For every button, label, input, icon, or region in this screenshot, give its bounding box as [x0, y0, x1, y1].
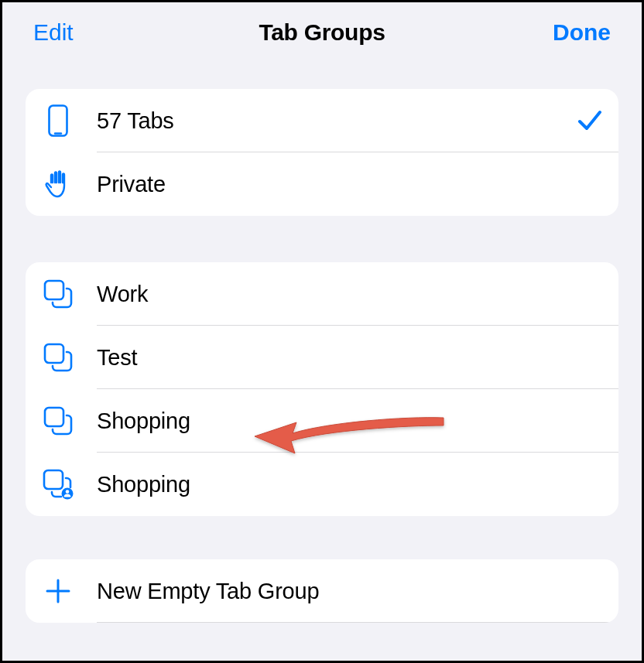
- svg-point-7: [66, 490, 70, 494]
- row-label: Shopping: [97, 408, 190, 434]
- row-label: Test: [97, 345, 137, 371]
- checkmark-icon: [577, 108, 603, 134]
- svg-rect-2: [45, 281, 63, 299]
- done-button[interactable]: Done: [553, 19, 611, 46]
- row-label: 57 Tabs: [97, 108, 174, 134]
- row-label: New Empty Tab Group: [97, 579, 319, 604]
- row-label: Private: [97, 172, 166, 197]
- plus-icon: [43, 576, 74, 607]
- row-group-work[interactable]: Work: [26, 262, 618, 326]
- group-icon: [43, 405, 74, 436]
- row-label: Shopping: [97, 472, 190, 497]
- new-group-section: New Empty Tab Group: [26, 559, 618, 623]
- phone-icon: [43, 105, 74, 136]
- group-icon: [43, 279, 74, 309]
- tab-list-section: 57 Tabs Private: [26, 89, 618, 216]
- edit-button[interactable]: Edit: [33, 19, 74, 46]
- group-shared-icon: [43, 469, 74, 500]
- header-bar: Edit Tab Groups Done: [2, 2, 642, 60]
- row-group-shopping[interactable]: Shopping: [26, 389, 618, 453]
- svg-rect-4: [45, 408, 63, 426]
- page-title: Tab Groups: [259, 19, 385, 46]
- row-new-empty-group[interactable]: New Empty Tab Group: [26, 559, 618, 623]
- tab-groups-section: Work Test Shopping: [26, 262, 618, 516]
- row-all-tabs[interactable]: 57 Tabs: [26, 89, 618, 152]
- row-private[interactable]: Private: [26, 152, 618, 216]
- svg-rect-0: [50, 106, 67, 136]
- svg-point-6: [62, 488, 74, 500]
- group-icon: [43, 342, 74, 373]
- row-group-shopping-shared[interactable]: Shopping: [26, 453, 618, 516]
- hand-icon: [43, 169, 74, 200]
- row-group-test[interactable]: Test: [26, 326, 618, 389]
- svg-rect-3: [45, 344, 63, 363]
- row-label: Work: [97, 282, 148, 307]
- svg-rect-5: [44, 470, 63, 489]
